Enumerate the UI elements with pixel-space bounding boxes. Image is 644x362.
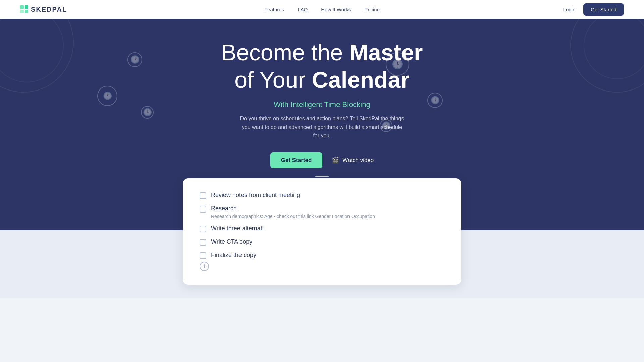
task-item: Write CTA copy <box>200 238 444 246</box>
task-checkbox-3[interactable] <box>200 226 206 232</box>
navbar: SKEDPAL Features FAQ How It Works Pricin… <box>0 0 644 19</box>
logo-text: SKEDPAL <box>31 6 67 13</box>
task-checkbox-1[interactable] <box>200 192 206 199</box>
login-button[interactable]: Login <box>563 7 576 12</box>
nav-pricing[interactable]: Pricing <box>364 7 380 12</box>
task-checkbox-4[interactable] <box>200 239 206 246</box>
nav-features[interactable]: Features <box>264 7 284 12</box>
clock-icon-3: 🕒 <box>141 106 154 119</box>
card-section: Review notes from client meeting Researc… <box>0 185 644 298</box>
hero-subtitle: With Intelligent Time Blocking <box>274 100 370 109</box>
get-started-hero-button[interactable]: Get Started <box>270 152 323 168</box>
task-subtext-2: Research demographics: Age - check out t… <box>211 214 375 219</box>
task-item: Research Research demographics: Age - ch… <box>200 205 444 219</box>
nav-how-it-works[interactable]: How It Works <box>321 7 351 12</box>
watch-video-button[interactable]: 🎬 Watch video <box>332 157 374 164</box>
video-camera-icon: 🎬 <box>332 157 339 164</box>
clock-icon-2: 🕑 <box>127 52 142 67</box>
task-list: Review notes from client meeting Researc… <box>200 192 444 259</box>
task-card: Review notes from client meeting Researc… <box>183 178 461 285</box>
task-text-1: Review notes from client meeting <box>211 192 300 199</box>
task-checkbox-2[interactable] <box>200 206 206 213</box>
hero-title: Become the Master of Your Calendar <box>221 39 423 94</box>
logo: SKEDPAL <box>20 5 67 13</box>
clock-icon-5: 🕔 <box>427 93 443 108</box>
logo-icon <box>20 5 28 13</box>
task-item: Write three alternati <box>200 225 444 232</box>
nav-links: Features FAQ How It Works Pricing <box>264 7 380 12</box>
task-text-5: Finalize the copy <box>211 252 256 259</box>
task-checkbox-5[interactable] <box>200 252 206 259</box>
task-text-3: Write three alternati <box>211 225 264 232</box>
hero-description: Do you thrive on schedules and action pl… <box>238 114 406 140</box>
navbar-right: Login Get Started <box>563 3 624 16</box>
card-scroll-indicator <box>315 176 329 177</box>
get-started-nav-button[interactable]: Get Started <box>583 3 624 16</box>
task-item: Finalize the copy <box>200 252 444 259</box>
clock-icon-1: 🕐 <box>97 86 117 106</box>
task-text-4: Write CTA copy <box>211 238 252 245</box>
hero-section: 🕐 🕑 🕒 🕓 🕔 🕕 Become the Master of Your Ca… <box>0 19 644 185</box>
add-task-button[interactable]: + <box>200 262 209 271</box>
nav-faq[interactable]: FAQ <box>298 7 308 12</box>
task-text-2: Research <box>211 205 375 212</box>
hero-buttons: Get Started 🎬 Watch video <box>270 152 374 168</box>
task-item: Review notes from client meeting <box>200 192 444 199</box>
